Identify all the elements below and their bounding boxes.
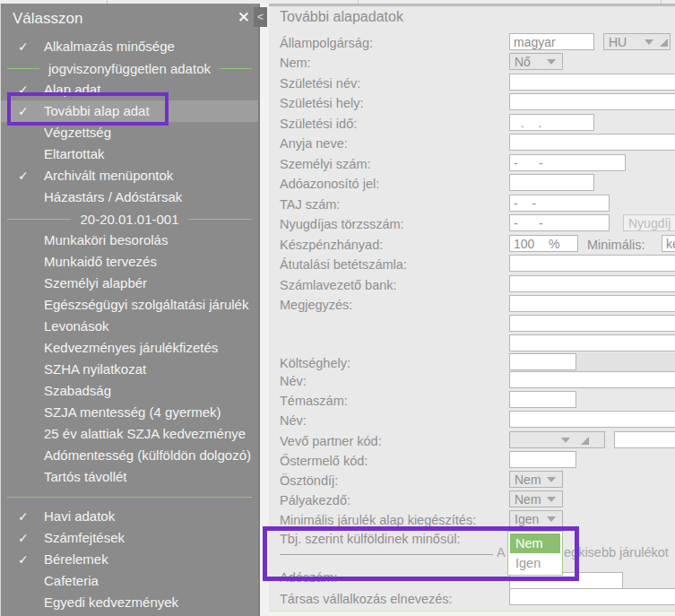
field-label: Őstermelő kód: bbox=[280, 452, 368, 470]
sidebar-separator: jogviszonyfüggetlen adatok bbox=[1, 57, 258, 79]
sidebar-item-cafeteria[interactable]: Cafeteria bbox=[1, 570, 258, 592]
cash-ratio-input[interactable] bbox=[509, 235, 578, 252]
check-icon: ✓ bbox=[18, 79, 29, 100]
customer-partner-extra-input[interactable] bbox=[614, 431, 675, 448]
menu-sidebar: Válasszon ✕ ✓ Alkalmazás minősége jogvis… bbox=[0, 4, 260, 616]
sidebar-item-label: Munkaidő tervezés bbox=[44, 254, 157, 269]
form-row-birth-name: Születési név: bbox=[269, 74, 675, 92]
form-row-note-3 bbox=[269, 335, 675, 353]
gender-select[interactable]: Nő bbox=[509, 53, 563, 70]
form-row-tax-number: Adószám: bbox=[269, 568, 675, 586]
bank-input[interactable] bbox=[509, 275, 675, 292]
birth-name-input[interactable] bbox=[509, 74, 675, 91]
note-input-3[interactable] bbox=[509, 334, 675, 351]
close-icon[interactable]: ✕ bbox=[238, 8, 250, 27]
check-icon: ✓ bbox=[18, 165, 29, 187]
check-icon: ✓ bbox=[18, 100, 29, 122]
sidebar-item-egyedi-kedvezmenyek[interactable]: Egyedi kedvezmények bbox=[1, 592, 258, 613]
gender-value: Nő bbox=[515, 55, 531, 70]
form-row-transfer-account: Átutalási betétszámla: bbox=[269, 256, 675, 273]
sidebar-item-levonasok[interactable]: Levonások bbox=[1, 316, 258, 337]
field-label: Adószám: bbox=[280, 568, 337, 586]
minimal-input[interactable] bbox=[662, 235, 675, 252]
sidebar-item-szamfejtesek[interactable]: ✓ Számfejtések bbox=[1, 527, 258, 549]
sidebar-item-vegzettseg[interactable]: Végzettség bbox=[1, 122, 258, 143]
birth-place-input[interactable] bbox=[509, 93, 675, 110]
background-text-fragment: A bbox=[497, 545, 506, 560]
sidebar-item-label: Adómentesség (külföldön dolgozó) bbox=[44, 447, 251, 463]
citizenship-country-select[interactable]: HU bbox=[603, 33, 671, 50]
cost-center-name-input[interactable] bbox=[509, 371, 675, 388]
pension-button[interactable]: Nyugdíj bbox=[623, 214, 675, 231]
sidebar-item-label: SZJA mentesség (4 gyermek) bbox=[44, 404, 221, 420]
topic-name-input[interactable] bbox=[509, 411, 675, 428]
scholarship-select[interactable]: Nem bbox=[509, 471, 563, 488]
sidebar-item-munkakori-besorolas[interactable]: Munkaköri besorolás bbox=[1, 230, 258, 251]
min-contribution-select[interactable]: Igen bbox=[509, 510, 563, 527]
sidebar-item-tartos-tavollet[interactable]: Tartós távollét bbox=[1, 466, 258, 488]
dropdown-option-nem[interactable]: Nem bbox=[510, 534, 560, 553]
tax-id-sign-input[interactable] bbox=[509, 174, 594, 191]
sidebar-item-berelemek[interactable]: ✓ Bérelemek bbox=[1, 549, 258, 570]
sidebar-item-label: Személyi alapbér bbox=[44, 275, 147, 291]
citizenship-input[interactable] bbox=[509, 33, 594, 50]
field-label: Átutalási betétszámla: bbox=[280, 256, 407, 273]
sidebar-item-szja-mentesseg[interactable]: SZJA mentesség (4 gyermek) bbox=[1, 402, 258, 423]
sidebar-item-label: Levonások bbox=[44, 318, 109, 334]
chevron-down-icon bbox=[547, 516, 556, 522]
cost-center-input[interactable] bbox=[509, 353, 576, 370]
primary-producer-code-input[interactable] bbox=[509, 451, 576, 468]
min-contribution-value: Igen bbox=[515, 512, 539, 527]
transfer-account-input[interactable] bbox=[509, 255, 675, 272]
sidebar-item-archivalt-menupontok[interactable]: ✓ Archivált menüpontok bbox=[1, 165, 258, 187]
form-row-cost-center: Költséghely: bbox=[269, 354, 675, 372]
sidebar-item-havi-adatok[interactable]: ✓ Havi adatok bbox=[1, 506, 258, 527]
birth-date-input[interactable] bbox=[509, 114, 594, 131]
career-starter-value: Nem bbox=[515, 492, 541, 508]
form-row-customer-partner-code: Vevő partner kód: bbox=[269, 432, 675, 450]
sidebar-item-alap-adat[interactable]: ✓ Alap adat bbox=[1, 79, 258, 100]
dropdown-option-igen[interactable]: Igen bbox=[510, 553, 560, 573]
customer-partner-code-select[interactable] bbox=[509, 431, 605, 448]
sidebar-item-szha-nyilatkozat[interactable]: SZHA nyilatkozat bbox=[1, 359, 258, 380]
mother-name-input[interactable] bbox=[509, 134, 675, 151]
sidebar-item-alkalmazas-minosege[interactable]: ✓ Alkalmazás minősége bbox=[1, 36, 258, 57]
separator-line bbox=[7, 68, 39, 69]
minimal-label: Minimális: bbox=[587, 236, 645, 254]
section-divider bbox=[280, 554, 493, 555]
form-row-topic-name: Név: bbox=[269, 412, 675, 429]
check-icon: ✓ bbox=[18, 549, 29, 570]
collapse-icon[interactable]: < bbox=[254, 7, 267, 27]
career-starter-select[interactable]: Nem bbox=[509, 490, 563, 508]
sidebar-item-25-ev-alattiak[interactable]: 25 év alattiak SZJA kedvezménye bbox=[1, 423, 258, 445]
sidebar-item-label: Egyedi kedvezmények bbox=[44, 594, 178, 610]
sidebar-item-szabadsag[interactable]: Szabadság bbox=[1, 380, 258, 402]
sidebar-item-munkaido-tervezes[interactable]: Munkaidő tervezés bbox=[1, 251, 258, 273]
sidebar-item-tovabbi-alap-adat[interactable]: ✓ További alap adat bbox=[1, 100, 258, 122]
form-row-taj-number: TAJ szám: bbox=[269, 195, 675, 213]
sidebar-item-label: Bérelemek bbox=[44, 551, 108, 567]
field-label: Név: bbox=[280, 372, 307, 390]
separator-label: 20-20.01.01-001 bbox=[71, 212, 187, 227]
sidebar-item-eltartottak[interactable]: Eltartottak bbox=[1, 143, 258, 165]
form-row-topic-number: Témaszám: bbox=[269, 392, 675, 410]
personal-id-input[interactable] bbox=[509, 154, 626, 171]
sidebar-item-kedvezmenyes-jarulekfizetes[interactable]: Kedvezményes járulékfizetés bbox=[1, 337, 258, 359]
note-input-1[interactable] bbox=[509, 295, 675, 312]
sidebar-item-hazastars-adostarsak[interactable]: Házastárs / Adóstársak bbox=[1, 187, 258, 208]
form-row-career-starter: Pályakezdő: Nem bbox=[269, 491, 675, 509]
note-input-2[interactable] bbox=[509, 315, 675, 332]
pensioner-number-input[interactable] bbox=[509, 214, 610, 231]
chevron-down-icon bbox=[547, 497, 556, 502]
separator-line bbox=[188, 219, 252, 220]
page-title: További alapadatok bbox=[280, 9, 403, 25]
field-label: Tbj. szerint külföldinek minősül: bbox=[280, 530, 460, 548]
sidebar-item-label: Házastárs / Adóstársak bbox=[44, 189, 182, 204]
sidebar-item-szemelyi-alapber[interactable]: Személyi alapbér bbox=[1, 273, 258, 294]
company-name-input[interactable] bbox=[509, 588, 675, 605]
sidebar-item-egeszsegugyi-szolgaltatasi-jarulek[interactable]: Egészségügyi szolgáltatási járulék bbox=[1, 294, 258, 316]
sidebar-item-label: Végzettség bbox=[44, 125, 111, 140]
sidebar-item-adomentesseg[interactable]: Adómentesség (külföldön dolgozó) bbox=[1, 445, 258, 466]
topic-number-input[interactable] bbox=[509, 391, 576, 408]
taj-number-input[interactable] bbox=[509, 195, 610, 212]
